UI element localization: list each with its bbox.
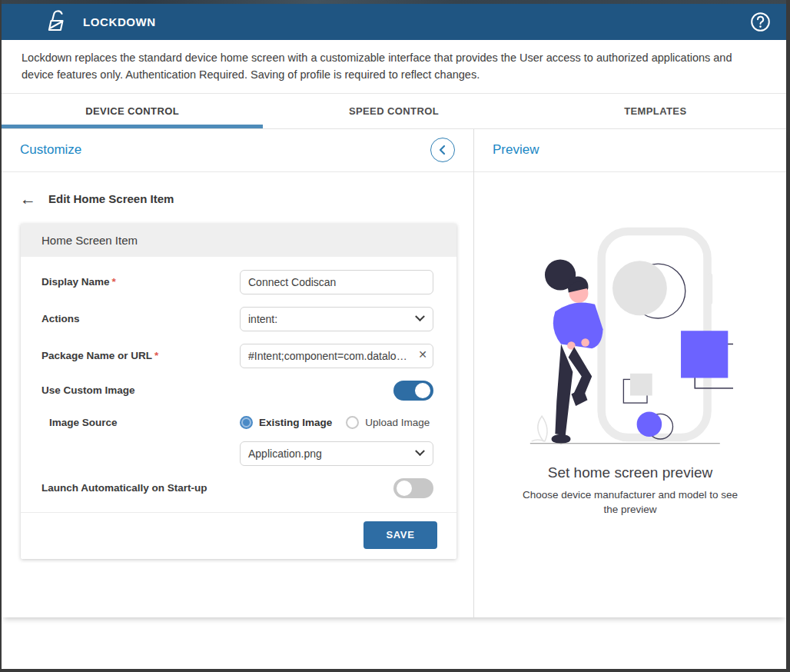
image-source-row: Image Source Existing Image Upload Image (41, 416, 433, 429)
chevron-left-icon (437, 145, 448, 155)
required-asterisk: * (112, 276, 116, 288)
clear-input-icon[interactable]: ✕ (418, 349, 427, 360)
bottom-spacer (2, 617, 786, 670)
display-name-row: Display Name* (41, 270, 433, 294)
help-button[interactable] (749, 12, 771, 33)
tab-templates[interactable]: TEMPLATES (525, 94, 786, 128)
app-window: LOCKDOWN Lockdown replaces the standard … (0, 0, 790, 672)
toggle-knob (397, 481, 412, 496)
lockdown-description: Lockdown replaces the standard device ho… (2, 40, 786, 94)
existing-image-select-value: Application.png (248, 447, 322, 460)
use-custom-image-row: Use Custom Image (41, 381, 433, 401)
use-custom-image-label: Use Custom Image (41, 384, 393, 396)
preview-empty-subtitle: Choose device manufacturer and model to … (515, 487, 745, 517)
package-input[interactable] (240, 344, 433, 368)
actions-label: Actions (41, 313, 240, 324)
actions-row: Actions intent: (41, 307, 433, 331)
customize-panel: Customize ← Edit Home Screen Item Home S… (2, 129, 474, 617)
tab-bar: DEVICE CONTROL SPEED CONTROL TEMPLATES (2, 94, 786, 129)
radio-existing-image-label: Existing Image (259, 417, 332, 428)
display-name-label-text: Display Name (41, 276, 110, 288)
tab-device-control[interactable]: DEVICE CONTROL (2, 94, 263, 128)
display-name-input[interactable] (240, 270, 433, 294)
open-padlock-icon (45, 10, 69, 35)
customize-title: Customize (20, 142, 81, 158)
existing-image-select[interactable]: Application.png (240, 441, 433, 466)
card-form: Display Name* Actions intent: (21, 257, 456, 512)
launch-auto-label: Launch Automatically on Start-up (41, 482, 393, 494)
radio-upload-image[interactable]: Upload Image (346, 416, 430, 429)
app-title: LOCKDOWN (83, 15, 156, 28)
package-row: Package Name or URL* ✕ (41, 344, 433, 368)
image-source-radio-group: Existing Image Upload Image (240, 416, 433, 429)
home-screen-item-card: Home Screen Item Display Name* Actions (21, 224, 456, 559)
use-custom-image-toggle[interactable] (393, 381, 433, 401)
customize-panel-header: Customize (2, 129, 473, 172)
image-source-label: Image Source (41, 417, 240, 428)
save-button[interactable]: SAVE (363, 521, 437, 549)
package-label-text: Package Name or URL (41, 350, 152, 361)
required-asterisk: * (154, 350, 158, 361)
app-header: LOCKDOWN (2, 4, 786, 40)
back-arrow-icon[interactable]: ← (20, 191, 36, 207)
radio-selected-icon (240, 416, 253, 429)
edit-heading-row: ← Edit Home Screen Item (2, 172, 473, 218)
chevron-down-icon (415, 446, 425, 456)
preview-title: Preview (493, 142, 539, 158)
preview-panel: Preview (474, 129, 786, 617)
collapse-panel-button[interactable] (430, 138, 455, 162)
radio-existing-image[interactable]: Existing Image (240, 416, 332, 429)
card-title: Home Screen Item (21, 224, 456, 257)
launch-auto-row: Launch Automatically on Start-up (41, 478, 433, 498)
actions-select[interactable]: intent: (240, 307, 433, 331)
toggle-knob (415, 383, 430, 398)
card-footer: SAVE (21, 512, 456, 559)
preview-illustration (527, 217, 733, 454)
help-circle-icon (750, 12, 771, 32)
preview-body: Set home screen preview Choose device ma… (474, 172, 786, 517)
preview-panel-header: Preview (474, 129, 786, 172)
preview-empty-title: Set home screen preview (548, 464, 712, 481)
edit-heading: Edit Home Screen Item (48, 192, 174, 205)
launch-auto-toggle[interactable] (393, 478, 433, 498)
radio-upload-image-label: Upload Image (365, 417, 430, 428)
existing-image-row: Application.png (41, 441, 433, 466)
tab-speed-control[interactable]: SPEED CONTROL (263, 94, 524, 128)
package-label: Package Name or URL* (41, 350, 240, 361)
chevron-down-icon (415, 311, 425, 321)
display-name-label: Display Name* (41, 276, 240, 288)
main-content: Customize ← Edit Home Screen Item Home S… (2, 129, 786, 617)
actions-select-value: intent: (248, 313, 277, 325)
radio-unselected-icon (346, 416, 359, 429)
